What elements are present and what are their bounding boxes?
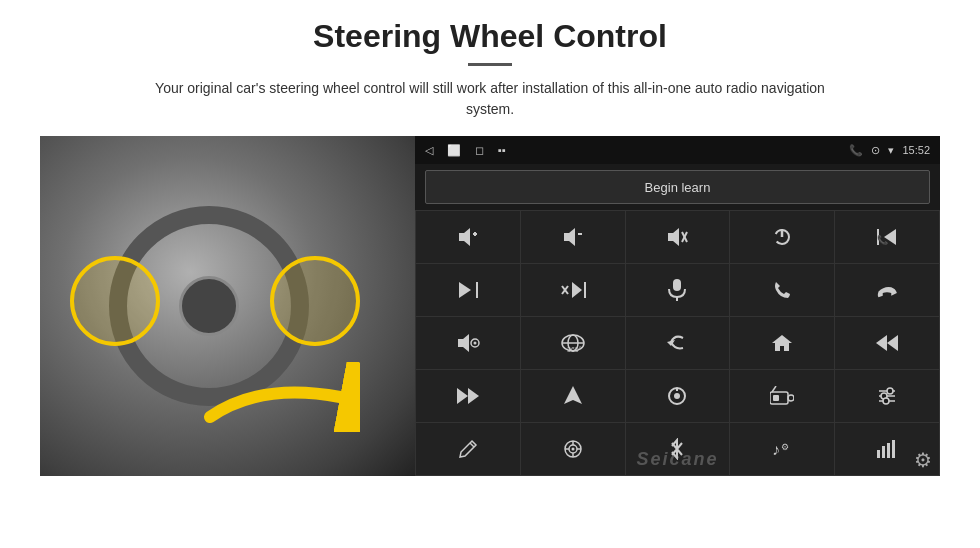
android-panel: ◁ ⬜ ◻ ▪▪ 📞 ⊙ ▾ 15:52 Begin learn [415,136,940,476]
svg-marker-1 [459,228,470,246]
svg-point-48 [883,398,889,404]
svg-line-41 [772,386,776,392]
svg-marker-4 [564,228,575,246]
fast-forward-button[interactable] [416,370,520,422]
wheel-hub [179,276,239,336]
nav-button[interactable] [521,370,625,422]
content-row: ◁ ⬜ ◻ ▪▪ 📞 ⊙ ▾ 15:52 Begin learn [40,136,940,476]
location-icon: ⊙ [871,144,880,157]
svg-text:⚙: ⚙ [781,442,789,452]
svg-point-24 [473,342,476,345]
wheel-bg [40,136,415,476]
radio-button[interactable] [730,370,834,422]
prev-prev-button[interactable] [835,317,939,369]
arrow-container [200,362,360,436]
next-track-button[interactable] [416,264,520,316]
svg-marker-14 [459,282,471,298]
recents-nav-icon[interactable]: ◻ [475,144,484,157]
end-call-button[interactable] [835,264,939,316]
phone-prev-button[interactable]: 📞 [835,211,939,263]
svg-marker-34 [468,388,479,404]
home-nav-icon[interactable]: ⬜ [447,144,461,157]
svg-text:📞: 📞 [877,234,889,245]
home-button[interactable] [730,317,834,369]
svg-rect-60 [882,446,885,458]
svg-point-37 [674,393,680,399]
camera-360-button[interactable]: 360° [521,317,625,369]
call-button[interactable] [730,264,834,316]
svg-marker-22 [458,334,469,352]
power-button[interactable] [730,211,834,263]
statusbar-left: ◁ ⬜ ◻ ▪▪ [425,144,506,157]
page-container: Steering Wheel Control Your original car… [0,0,980,548]
mic-button[interactable] [626,264,730,316]
mute-button[interactable] [626,211,730,263]
page-title: Steering Wheel Control [313,18,667,55]
svg-marker-32 [876,335,887,351]
wifi-icon: ▾ [888,144,894,157]
vol-down-button[interactable] [521,211,625,263]
svg-point-40 [788,395,794,401]
begin-learn-row: Begin learn [415,164,940,210]
status-bar: ◁ ⬜ ◻ ▪▪ 📞 ⊙ ▾ 15:52 [415,136,940,164]
svg-text:♪: ♪ [772,441,780,458]
phone-status-icon: 📞 [849,144,863,157]
svg-marker-35 [564,386,582,404]
back-button[interactable] [626,317,730,369]
back-nav-icon[interactable]: ◁ [425,144,433,157]
svg-marker-30 [772,335,792,351]
bluetooth-button[interactable] [626,423,730,475]
svg-marker-33 [457,388,468,404]
highlight-right [270,256,360,346]
svg-rect-42 [773,395,779,401]
svg-line-49 [470,443,474,447]
svg-rect-20 [673,279,681,291]
svg-rect-62 [892,440,895,458]
vol-up-button[interactable] [416,211,520,263]
svg-rect-61 [887,443,890,458]
settings-gear-icon[interactable]: ⚙ [914,448,932,472]
controls-grid: 📞 [415,210,940,476]
svg-marker-31 [887,335,898,351]
skip-button[interactable] [521,264,625,316]
storage-icon: ▪▪ [498,144,506,156]
svg-point-52 [571,448,574,451]
time-display: 15:52 [902,144,930,156]
svg-marker-18 [572,282,582,298]
music-button[interactable]: ♪⚙ [730,423,834,475]
edit-button[interactable] [416,423,520,475]
begin-learn-button[interactable]: Begin learn [425,170,930,204]
speaker-button[interactable] [416,317,520,369]
svg-rect-59 [877,450,880,458]
svg-text:360°: 360° [567,346,582,353]
steering-wheel-image [40,136,415,476]
svg-marker-6 [668,228,679,246]
svg-point-46 [887,388,893,394]
target-button[interactable] [521,423,625,475]
source-button[interactable] [626,370,730,422]
statusbar-right: 📞 ⊙ ▾ 15:52 [849,144,930,157]
equalizer-button[interactable] [835,370,939,422]
highlight-left [70,256,160,346]
page-subtitle: Your original car's steering wheel contr… [130,78,850,120]
title-divider [468,63,512,66]
